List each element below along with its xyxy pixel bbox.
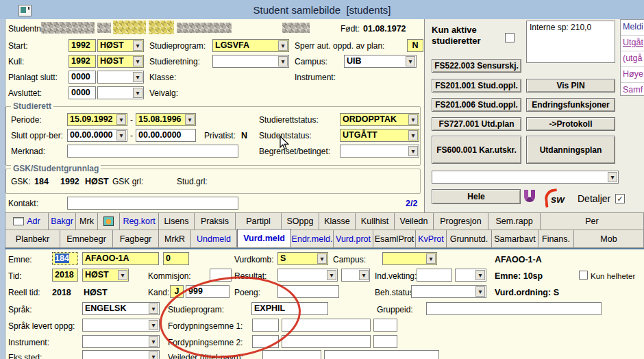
tab-adr[interactable]: Adr [5,213,49,230]
list-item[interactable]: Utgåt [621,36,644,51]
fs201-001-studoppl-button[interactable]: FS201.001 Stud.oppl. [432,79,521,92]
tab-mrk[interactable]: Mrk [76,213,98,230]
list-item[interactable]: (utgå [621,51,644,67]
detaljer-checkbox[interactable]: ✓ [615,194,625,203]
planlagt-year-field[interactable]: 0000 [69,71,96,84]
tab-veiledn[interactable]: Veiledn [395,213,434,230]
kull-year-field[interactable]: 1992 [69,55,96,68]
slutt-to-field[interactable]: 00.00.0000 [136,129,196,142]
ford1-inst-input[interactable] [252,319,279,332]
periode-to-combo[interactable]: 15.08.1996 [136,113,196,126]
planlagt-term-combo[interactable] [97,71,144,84]
tab-semrapp[interactable]: Sem.rapp [488,213,541,230]
poeng-input[interactable] [277,285,339,298]
studieprogram-combo[interactable]: LGSVFA [212,39,289,52]
sperr-field[interactable]: N [407,39,423,52]
resultat-combo-1[interactable] [277,269,338,282]
gruppeid-input[interactable] [426,302,602,315]
kun-helheter-checkbox[interactable] [579,271,588,280]
studieprogram-input-form[interactable]: EXPHIL [251,302,328,315]
tab-soppg[interactable]: SOppg [282,213,319,230]
veileder-navn-input[interactable] [324,350,439,359]
fs600-karutskr-button[interactable]: FS600.001 Kar.utskr. [432,136,521,164]
tab-partipl[interactable]: Partipl [236,213,282,230]
tab-fagbegr[interactable]: Fagbegr [113,230,159,247]
tab-praksis[interactable]: Praksis [195,213,236,230]
tid-term-combo[interactable]: HØST [82,269,129,282]
studentstatus-combo[interactable]: UTGÅTT [340,129,419,142]
kommisjon-input[interactable] [210,269,232,282]
kand-nr-field[interactable]: 999 [186,285,230,298]
fs727-utdplan-button[interactable]: FS727.001 Utd.plan [432,117,521,131]
ford1-version-input[interactable] [373,319,397,332]
kontakt-input[interactable] [67,197,238,210]
fs522-sensurskj-button[interactable]: FS522.003 Sensurskj. [432,59,521,73]
tab-undmeld[interactable]: Undmeld [191,230,237,247]
studierett-select-combo[interactable] [432,171,619,184]
campus-label-form: Campus: [333,255,366,264]
start-year-field[interactable]: 1992 [69,39,96,52]
resultat-combo-2[interactable] [341,269,370,282]
tab-progresjon[interactable]: Progresjon [434,213,488,230]
tab-klasse[interactable]: Klasse [319,213,356,230]
tab-mobilitet[interactable]: Mob [574,230,644,247]
emne-inst-field[interactable]: 184 [52,252,78,265]
tab-regkort[interactable]: Reg.kort [120,213,159,230]
tab-bakgr[interactable]: Bakgr [49,213,76,230]
list-item[interactable]: Samf [621,83,644,98]
tab-planbekr[interactable]: Planbekr [5,230,60,247]
vis-pin-button[interactable]: Vis PIN [526,79,615,92]
tab-kvprot[interactable]: KvProt [416,230,447,247]
kun-aktive-checkbox[interactable] [505,33,515,42]
campus-combo[interactable]: UIB [344,55,417,68]
indvekting-input[interactable] [417,269,452,282]
tab-endrmeld[interactable]: Endr.meld. [291,230,334,247]
ford2-code-input[interactable] [282,335,371,348]
list-item[interactable]: Høye [621,67,644,83]
tid-year-field[interactable]: 2018 [52,269,78,282]
sprak-levert-combo[interactable] [82,319,160,332]
avsluttet-term-combo[interactable] [97,86,144,99]
tab-kullhist[interactable]: Kullhist [356,213,395,230]
avsluttet-year-field[interactable]: 0000 [69,86,96,99]
slutt-from-combo[interactable]: 00.00.0000 [67,129,127,142]
veileder-tittel-input[interactable] [262,350,321,359]
endringsfunksjoner-button[interactable]: Endringsfunksjoner [526,98,615,112]
ford1-code-input[interactable] [282,319,371,332]
tab-samarbavt[interactable]: Samarbavt [492,230,538,247]
utdanningsplan-button[interactable]: Utdanningsplan [526,136,615,164]
tab-emnebegr[interactable]: Emnebegr [60,230,113,247]
hele-button[interactable]: Hele [432,189,521,204]
tab-finans[interactable]: Finans. [538,230,574,247]
tab-grunnutd[interactable]: Grunnutd. [447,230,492,247]
instrument-combo-form[interactable] [82,335,160,348]
tab-esamlprot[interactable]: EsamlProt [373,230,416,247]
indvekting-combo[interactable] [455,269,486,282]
kull-term-combo[interactable]: HØST [97,55,144,68]
studierettstatus-combo[interactable]: ORDOPPTAK [340,113,419,126]
tab-vurdprot[interactable]: Vurd.prot [334,230,373,247]
protokoll-button[interactable]: ->Protokoll [526,117,615,131]
start-term-combo[interactable]: HØST [97,39,144,52]
sprak-combo[interactable]: ENGELSK [82,302,160,315]
ford2-version-input[interactable] [373,335,397,348]
eks-sted-combo[interactable] [82,350,160,359]
list-item[interactable]: Meldi [621,20,644,36]
studieretning-combo[interactable] [212,55,289,68]
fs201-006-studoppl-button[interactable]: FS201.006 Stud.oppl. [432,98,521,112]
tab-mrkr[interactable]: MrkR [159,230,191,247]
kand-j-field[interactable]: J [170,285,184,298]
tab-lisens[interactable]: Lisens [159,213,195,230]
emne-version-field[interactable]: 0 [163,252,189,265]
campus-combo-form[interactable] [382,252,437,265]
begrenset-combo[interactable] [340,145,419,158]
behstatus-combo[interactable] [411,285,486,298]
periode-from-combo[interactable]: 15.09.1992 [67,113,127,126]
vurdkomb-combo[interactable]: S [277,252,328,265]
tab-photo[interactable] [98,213,120,230]
emne-code-field[interactable]: AFAOO-1A [82,252,159,265]
tab-perm[interactable]: Per [541,213,644,230]
tab-vurdmeld[interactable]: Vurd.meld [237,229,291,247]
merknad-input[interactable] [67,145,238,158]
ford2-inst-input[interactable] [252,335,279,348]
